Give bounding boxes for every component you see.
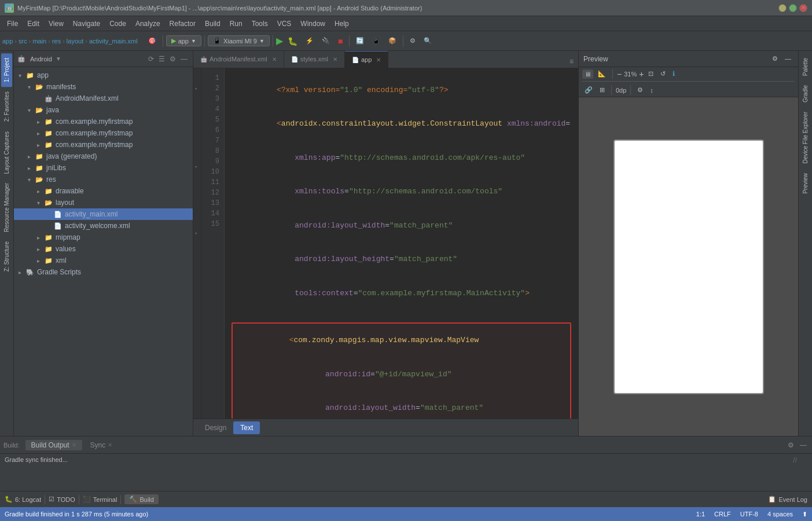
sidebar-right-device-file-explorer[interactable]: Device File Explorer [800,107,811,168]
zoom-out-btn[interactable]: − [617,69,622,79]
build-btn[interactable]: 🔨 Build [124,494,158,504]
preview-settings-btn[interactable]: ⚙ [770,54,780,64]
sidebar-item-project[interactable]: 1: Project [1,53,12,87]
breadcrumb-main[interactable]: main [32,38,46,45]
panel-collapse-btn[interactable]: ☰ [157,54,167,64]
tab-close-btn[interactable]: ✕ [333,56,337,63]
menu-run[interactable]: Run [225,19,247,29]
terminal-btn[interactable]: ⬛ Terminal [83,496,117,503]
tree-item-manifests[interactable]: ▾ 📂 manifests [14,81,193,93]
stop-button[interactable]: ■ [335,35,346,47]
tree-item-mipmap[interactable]: ▸ 📁 mipmap [14,232,193,243]
settings-button[interactable]: ⚙ [406,35,419,46]
tab-app[interactable]: 📄 app ✕ [345,51,388,68]
tab-text[interactable]: Text [233,421,260,434]
zoom-reset-btn[interactable]: ↺ [658,69,668,79]
tree-item-res[interactable]: ▾ 📂 res [14,174,193,185]
menu-file[interactable]: File [2,19,23,29]
minimize-button[interactable]: ─ [778,4,787,12]
tab-close-btn[interactable]: ✕ [376,57,381,63]
breadcrumb-file[interactable]: activity_main.xml [89,38,138,45]
sidebar-item-layout-captures[interactable]: Layout Captures [1,127,12,178]
close-button[interactable]: ✕ [799,4,807,12]
avd-manager-button[interactable]: 📱 [369,35,384,46]
fold-arrow-2[interactable]: ▾ [193,85,201,93]
tree-item-java-gen[interactable]: ▸ 📁 java (generated) [14,151,193,162]
target-icon-btn[interactable]: 🎯 [145,35,160,46]
preview-canvas[interactable] [579,97,798,436]
breadcrumb-res[interactable]: res [52,38,61,45]
profile-button[interactable]: ⚡ [302,35,317,46]
breadcrumb-app[interactable]: app [2,38,13,45]
menu-view[interactable]: View [44,19,68,29]
sidebar-item-structure[interactable]: Z: Structure [1,237,12,276]
tree-item-xml[interactable]: ▸ 📁 xml [14,255,193,266]
tree-item-androidmanifest[interactable]: 🤖 AndroidManifest.xml [14,93,193,104]
blueprint-view-btn[interactable]: 📐 [596,69,608,79]
tree-item-layout[interactable]: ▾ 📂 layout [14,197,193,208]
tab-close-btn[interactable]: ✕ [272,56,277,63]
app-config-dropdown[interactable]: ▶ app ▼ [166,35,201,46]
debug-button[interactable]: 🐛 [284,35,301,47]
tab-styles[interactable]: 📄 styles.xml ✕ [284,51,345,68]
sidebar-item-resource-manager[interactable]: Resource Manager [1,178,12,237]
status-expand-btn[interactable]: ⬆ [802,511,807,518]
tree-item-drawable[interactable]: ▸ 📁 drawable [14,185,193,197]
menu-analyze[interactable]: Analyze [131,19,165,29]
search-everywhere-button[interactable]: 🔍 [420,35,435,46]
zoom-fit-btn[interactable]: ⊡ [646,69,656,79]
constraint-btn[interactable]: 🔗 [582,85,595,95]
panel-settings-btn[interactable]: ⚙ [168,54,178,64]
info-btn[interactable]: ℹ [670,69,677,79]
tree-item-values[interactable]: ▸ 📁 values [14,243,193,255]
event-log-btn[interactable]: 📋 Event Log [768,496,807,503]
tree-item-com2[interactable]: ▸ 📁 com.example.myfirstmap [14,127,193,139]
tree-item-java[interactable]: ▾ 📂 java [14,104,193,116]
layout-tool-btn[interactable]: ⚙ [635,85,645,95]
tab-androidmanifest[interactable]: 🤖 AndroidManifest.xml ✕ [193,51,284,68]
tree-item-activity-main[interactable]: 📄 activity_main.xml [14,208,193,220]
menu-code[interactable]: Code [105,19,131,29]
panel-sync-btn[interactable]: ⟳ [146,54,156,64]
sdk-manager-button[interactable]: 📦 [385,35,400,46]
sidebar-item-favorites[interactable]: 2: Favorites [1,87,12,126]
menu-help[interactable]: Help [330,19,354,29]
menu-tools[interactable]: Tools [247,19,273,29]
menu-edit[interactable]: Edit [23,19,44,29]
menu-refactor[interactable]: Refactor [165,19,200,29]
sync-close-btn[interactable]: ✕ [108,442,112,448]
breadcrumb-layout[interactable]: layout [67,38,83,45]
bottom-tab-sync[interactable]: Sync ✕ [84,440,119,450]
tree-item-com1[interactable]: ▸ 📁 com.example.myfirstmap [14,116,193,127]
code-content[interactable]: <?xml version="1.0" encoding="utf-8"?> <… [225,68,578,419]
design-view-btn[interactable]: 🖥 [582,69,593,79]
sync-project-button[interactable]: 🔄 [352,35,368,46]
tree-item-gradle-scripts[interactable]: ▸ 🐘 Gradle Scripts [14,266,193,278]
panel-minimize-btn[interactable]: — [179,54,189,64]
sidebar-right-gradle[interactable]: Gradle [800,80,811,107]
bottom-settings-btn[interactable]: ⚙ [786,441,796,450]
tab-more-btn[interactable]: ≡ [565,55,578,68]
fold-arrow-9[interactable]: ▾ [193,163,201,171]
menu-window[interactable]: Window [296,19,330,29]
run-button[interactable]: ▶ [276,35,283,46]
breadcrumb-src[interactable]: src [19,38,27,45]
bottom-tab-build-output[interactable]: Build Output ✕ [25,440,82,450]
tree-item-com3[interactable]: ▸ 📁 com.example.myfirstmap [14,139,193,151]
tree-item-activity-welcome[interactable]: 📄 activity_welcome.xml [14,220,193,232]
maximize-button[interactable]: □ [789,4,797,12]
attach-debugger-button[interactable]: 🔌 [318,35,333,46]
device-dropdown[interactable]: 📱 Xiaomi MI 9 ▼ [208,35,270,46]
tree-item-jnilibs[interactable]: ▸ 📁 jniLibs [14,162,193,174]
tree-item-app[interactable]: ▾ 📁 app [14,69,193,81]
todo-btn[interactable]: ☑ TODO [49,496,75,503]
sidebar-right-preview[interactable]: Preview [800,168,811,199]
zoom-in-btn[interactable]: + [639,69,644,79]
fold-arrow-15[interactable]: ▾ [193,229,201,238]
build-output-close-btn[interactable]: ✕ [72,442,76,448]
menu-vcs[interactable]: VCS [273,19,296,29]
menu-build[interactable]: Build [200,19,225,29]
align-tool-btn[interactable]: ↕ [648,86,656,95]
preview-minimize-btn[interactable]: — [782,54,793,64]
tab-design[interactable]: Design [198,421,233,434]
